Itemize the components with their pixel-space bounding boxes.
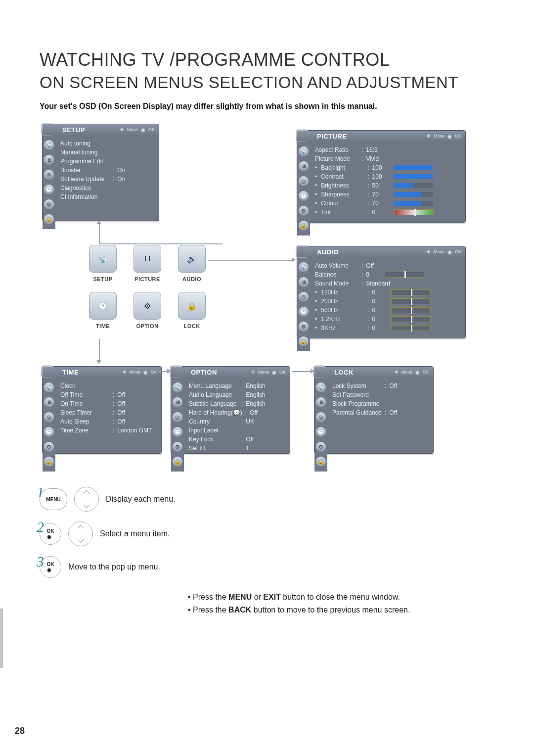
page-title-1: WATCHING TV /PROGRAMME CONTROL <box>40 49 494 70</box>
sb-icon: 🔒 <box>44 214 54 224</box>
cluster-time-icon: 🕑TIME <box>89 292 117 320</box>
menu-row: 500Hz0 <box>315 306 460 315</box>
menu-row: Contrast100 <box>315 172 460 181</box>
menu-row: 200Hz0 <box>315 297 460 306</box>
menu-row: Key LockOff <box>189 435 285 444</box>
cluster-audio-icon: 🔊AUDIO <box>178 245 206 273</box>
menu-row: Software UpdateOn <box>60 175 154 184</box>
step-number-1: 1 <box>37 484 44 501</box>
menu-row: Time ZoneLondon GMT <box>60 426 156 435</box>
menu-row: Auto tuning <box>60 139 154 148</box>
menu-row: Hard of Hearing(💬)Off <box>189 408 285 417</box>
setup-list: Auto tuningManual tuningProgramme EditBo… <box>55 135 159 229</box>
cluster-picture-icon: 🖥PICTURE <box>134 245 161 273</box>
page-number: 28 <box>15 726 25 736</box>
sb-icon: 🕑 <box>44 185 54 194</box>
step-1-text: Display each menu. <box>106 495 176 504</box>
menu-row: 3KHz0 <box>315 324 460 332</box>
step-1: 1 MENU Display each menu. <box>40 487 494 512</box>
menu-row: Block Programme <box>332 399 428 408</box>
menu-row: Menu LanguageEnglish <box>189 381 285 390</box>
audio-title: AUDIO <box>317 248 339 256</box>
picture-title: PICTURE <box>317 133 347 140</box>
menu-row: Audio LanguageEnglish <box>189 390 285 399</box>
menu-row: Clock <box>60 381 156 390</box>
menu-row: CountryUK <box>189 417 285 426</box>
time-panel: 🕑 TIME ✥Move◉OK 📡🖥◎🕑⚙🔒 ClockOff TimeOffO… <box>42 366 162 454</box>
step-3-text: Move to the pop up menu. <box>68 563 160 571</box>
lock-title: LOCK <box>334 369 354 376</box>
audio-panel: 🔊 AUDIO ✥Move◉OK 📡🖥◎🕑⚙🔒 Auto VolumeOffBa… <box>297 246 466 338</box>
menu-row: Set Password <box>332 390 428 399</box>
cluster-option-icon: ⚙OPTION <box>134 292 161 320</box>
option-title: OPTION <box>191 369 217 376</box>
menu-row: Balance0 <box>315 270 460 279</box>
setup-title: SETUP <box>62 126 85 134</box>
menu-row: BoosterOn <box>60 166 154 175</box>
menus-diagram: 📡 SETUP ✥Move◉OK 📡 🖥 ◎ 🕑 ⚙ 🔒 Auto tuning… <box>40 124 494 470</box>
menu-row: Off TimeOff <box>60 390 156 399</box>
menu-row: CI Information <box>60 192 154 201</box>
menu-row: Brightness50 <box>315 181 460 190</box>
sb-icon: ◎ <box>44 170 54 180</box>
osd-sidebar: 📡 🖥 ◎ 🕑 ⚙ 🔒 <box>43 135 55 229</box>
setup-panel: 📡 SETUP ✥Move◉OK 📡 🖥 ◎ 🕑 ⚙ 🔒 Auto tuning… <box>42 124 159 221</box>
menu-row: Colour70 <box>315 199 460 208</box>
time-title: TIME <box>62 369 79 376</box>
lock-list: Lock SystemOffSet PasswordBlock Programm… <box>327 378 433 472</box>
osd-disclaimer: Your set's OSD (On Screen Display) may d… <box>40 102 494 111</box>
step-number-2: 2 <box>37 519 44 535</box>
menu-row: Aspect Ratio16:9 <box>315 145 460 154</box>
step-2-text: Select a menu item. <box>100 529 170 538</box>
page-title-2: ON SCREEN MENUS SELECTION AND ADJUSTMENT <box>40 73 494 92</box>
notes: • Press the MENU or EXIT button to close… <box>188 593 494 614</box>
direction-pad[interactable] <box>74 487 99 512</box>
time-list: ClockOff TimeOffOn TimeOffSleep TimerOff… <box>55 378 161 472</box>
option-list: Menu LanguageEnglishAudio LanguageEnglis… <box>184 378 290 472</box>
menu-row: Sleep TimerOff <box>60 408 156 417</box>
menu-row: Diagnostics <box>60 184 154 192</box>
menu-cluster: 📡SETUP 🖥PICTURE 🔊AUDIO 🕑TIME ⚙OPTION 🔒LO… <box>84 245 232 344</box>
menu-row: 1.2KHz0 <box>315 315 460 324</box>
lock-panel: 🔒 LOCK ✥Move◉OK 📡🖥◎🕑⚙🔒 Lock SystemOffSet… <box>314 366 434 454</box>
picture-panel: 🖥 PICTURE ✥Move◉OK 📡🖥◎🕑⚙🔒 Aspect Ratio16… <box>297 130 466 223</box>
menu-row: Set ID1 <box>189 444 285 453</box>
remote-steps: 1 MENU Display each menu. 2 OK◉ Select a… <box>40 487 494 578</box>
sb-icon: ⚙ <box>44 199 54 209</box>
menu-row: Subtitle LanguageEnglish <box>189 399 285 408</box>
step-3: 3 OK◉ Move to the pop up menu. <box>40 556 494 578</box>
menu-row: Sharpness70 <box>315 190 460 199</box>
menu-row: On TimeOff <box>60 399 156 408</box>
menu-row: Tint0 <box>315 208 460 217</box>
move-ok-hint: ✥Move◉OK <box>120 124 155 135</box>
direction-pad[interactable] <box>68 521 93 546</box>
sb-icon: 🖥 <box>44 155 54 165</box>
picture-list: Aspect Ratio16:9Picture ModeVividBacklig… <box>310 142 465 236</box>
side-tab <box>0 609 3 668</box>
cluster-lock-icon: 🔒LOCK <box>178 292 206 320</box>
menu-row: Lock SystemOff <box>332 381 428 390</box>
step-number-3: 3 <box>37 553 44 570</box>
menu-row: Input Label <box>189 426 285 435</box>
menu-row: Auto VolumeOff <box>315 261 460 270</box>
note-1: • Press the MENU or EXIT button to close… <box>188 593 494 602</box>
menu-row: Manual tuning <box>60 148 154 157</box>
menu-row: Parental GuidanceOff <box>332 408 428 417</box>
move-ok-hint: ✥Move◉OK <box>427 131 461 142</box>
cluster-setup-icon: 📡SETUP <box>89 245 117 273</box>
audio-list: Auto VolumeOffBalance0Sound ModeStandard… <box>310 257 465 351</box>
move-ok-hint: ✥Move◉OK <box>427 246 461 257</box>
note-2: • Press the BACK button to move to the p… <box>188 606 494 614</box>
menu-row: Picture ModeVivid <box>315 154 460 163</box>
menu-row: Auto SleepOff <box>60 417 156 426</box>
step-2: 2 OK◉ Select a menu item. <box>40 521 494 546</box>
menu-row: Programme Edit <box>60 157 154 166</box>
option-panel: ⚙ OPTION ✥Move◉OK 📡🖥◎🕑⚙🔒 Menu LanguageEn… <box>171 366 290 454</box>
menu-row: 120Hz0 <box>315 288 460 297</box>
sb-icon: 📡 <box>44 140 54 150</box>
menu-row: Sound ModeStandard <box>315 279 460 288</box>
menu-row: Backlight100 <box>315 163 460 172</box>
